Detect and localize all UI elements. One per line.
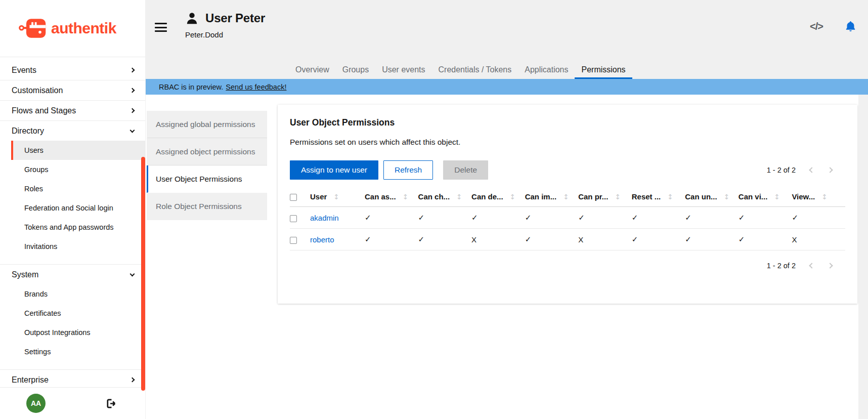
sidebar-item-label: Groups	[24, 165, 49, 174]
sidebar-item-users[interactable]: Users	[11, 141, 145, 160]
row-checkbox[interactable]	[290, 215, 297, 222]
page-header: User Peter Peter.Dodd </> OverviewGroups…	[146, 0, 868, 79]
sidebar-item-label: Tokens and App passwords	[24, 223, 114, 231]
hamburger-menu-icon[interactable]	[155, 23, 167, 34]
column-header-can-un[interactable]: Can un...↕	[685, 189, 739, 207]
sidebar-item-roles[interactable]: Roles	[11, 179, 145, 198]
sidebar-item-groups[interactable]: Groups	[11, 160, 145, 179]
column-header-can-de[interactable]: Can de...↕	[471, 189, 525, 207]
pagination-label: 1 - 2 of 2	[767, 262, 796, 270]
assign-to-new-user-button[interactable]: Assign to new user	[290, 160, 378, 180]
permission-cell: ✓	[739, 207, 792, 229]
column-header-label: Can vi...	[739, 192, 768, 201]
sidebar-item-label: Directory	[12, 127, 44, 136]
header-checkbox[interactable]	[290, 194, 297, 201]
permission-cell: ✓	[418, 207, 472, 229]
notification-bell-icon[interactable]	[844, 20, 857, 33]
pagination-top: 1 - 2 of 2	[767, 166, 845, 174]
user-link[interactable]: roberto	[310, 235, 334, 244]
sidebar-item-outpost-integrations[interactable]: Outpost Integrations	[11, 323, 145, 342]
column-header-can-as[interactable]: Can as...↕	[365, 189, 418, 207]
column-header-view[interactable]: View...↕	[792, 189, 845, 207]
page-title: User Peter	[205, 11, 265, 25]
delete-button[interactable]: Delete	[443, 160, 488, 180]
feedback-link[interactable]: Send us feedback!	[226, 83, 286, 91]
user-cell: akadmin	[310, 207, 365, 229]
sidebar-item-events[interactable]: Events	[0, 60, 145, 80]
pagination-prev-button[interactable]	[810, 168, 814, 172]
avatar[interactable]: AA	[26, 394, 46, 413]
column-header-label: Can un...	[685, 192, 717, 201]
tab-overview[interactable]: Overview	[289, 62, 336, 79]
tab-credentials-tokens[interactable]: Credentials / Tokens	[432, 62, 518, 79]
refresh-button[interactable]: Refresh	[383, 160, 433, 180]
column-header-can-pr[interactable]: Can pr...↕	[578, 189, 632, 207]
sidebar-footer: AA	[0, 387, 145, 419]
chevron-down-icon	[130, 128, 135, 133]
sidebar-item-label: Brands	[24, 290, 48, 298]
subnav-item-role-object-permissions[interactable]: Role Object Permissions	[147, 193, 267, 220]
sidebar-section-customisation: Customisation	[0, 80, 145, 101]
pagination-prev-button[interactable]	[810, 264, 814, 268]
tab-permissions[interactable]: Permissions	[575, 62, 632, 79]
permission-cell: ✓	[632, 229, 685, 250]
table-toolbar: Assign to new user Refresh Delete 1 - 2 …	[290, 160, 845, 180]
sidebar-nav: EventsCustomisationFlows and StagesDirec…	[0, 57, 145, 387]
sidebar-item-flows-and-stages[interactable]: Flows and Stages	[0, 101, 145, 120]
pagination-next-button[interactable]	[828, 264, 832, 268]
sort-icon: ↕	[724, 193, 730, 201]
authentik-logo-icon	[18, 17, 48, 39]
row-checkbox[interactable]	[290, 237, 297, 244]
sidebar-item-customisation[interactable]: Customisation	[0, 80, 145, 100]
permission-cell: ✓	[365, 207, 418, 229]
column-header-user[interactable]: User↕	[310, 189, 365, 207]
header-checkbox-cell	[290, 189, 310, 207]
card-title: User Object Permissions	[290, 117, 845, 128]
page-tabs: OverviewGroupsUser eventsCredentials / T…	[289, 62, 632, 79]
permission-cell: ✓	[739, 229, 792, 250]
toolbar-buttons: Assign to new user Refresh Delete	[290, 160, 488, 180]
sidebar-item-label: Settings	[24, 348, 51, 356]
column-header-label: Can de...	[471, 192, 503, 201]
page-title-block: User Peter Peter.Dodd	[185, 11, 265, 39]
column-header-can-ch[interactable]: Can ch...↕	[418, 189, 472, 207]
sidebar-section-flows-and-stages: Flows and Stages	[0, 101, 145, 121]
subnav-item-assigned-global-permissions[interactable]: Assigned global permissions	[147, 111, 267, 138]
table-row: roberto✓✓X✓X✓✓✓X	[290, 229, 845, 250]
tab-user-events[interactable]: User events	[375, 62, 431, 79]
subnav-item-assigned-object-permissions[interactable]: Assigned object permissions	[147, 138, 267, 165]
sidebar-item-label: Invitations	[24, 242, 57, 250]
sidebar-item-directory[interactable]: Directory	[0, 121, 145, 141]
code-icon[interactable]: </>	[810, 21, 823, 32]
column-header-can-vi[interactable]: Can vi...↕	[739, 189, 792, 207]
permission-cell: ✓	[632, 207, 685, 229]
sidebar-item-federation-and-social-login[interactable]: Federation and Social login	[11, 198, 145, 218]
sidebar-scrollbar[interactable]	[141, 157, 145, 391]
sidebar-item-invitations[interactable]: Invitations	[11, 237, 145, 256]
subnav-item-user-object-permissions[interactable]: User Object Permissions	[147, 165, 267, 193]
sidebar-item-label: System	[12, 270, 38, 279]
sidebar-item-tokens-and-app-passwords[interactable]: Tokens and App passwords	[11, 218, 145, 237]
column-header-can-im[interactable]: Can im...↕	[525, 189, 579, 207]
sidebar-item-certificates[interactable]: Certificates	[11, 304, 145, 323]
sort-icon: ↕	[403, 193, 409, 201]
table-row: akadmin✓✓✓✓✓✓✓✓✓	[290, 207, 845, 229]
sidebar-item-system[interactable]: System	[0, 265, 145, 284]
sidebar-item-label: Customisation	[12, 86, 63, 95]
chevron-right-icon	[130, 108, 135, 113]
sign-out-icon[interactable]	[105, 398, 117, 409]
pagination-next-button[interactable]	[828, 168, 832, 172]
tab-groups[interactable]: Groups	[336, 62, 375, 79]
brand-logo[interactable]: authentik	[0, 0, 145, 57]
user-link[interactable]: akadmin	[310, 214, 339, 222]
sidebar-item-enterprise[interactable]: Enterprise	[0, 370, 145, 387]
sort-icon: ↕	[667, 193, 673, 201]
page-scrollbar[interactable]	[858, 95, 868, 419]
sort-icon: ↕	[774, 193, 780, 201]
column-header-label: Reset ...	[632, 192, 661, 201]
column-header-reset[interactable]: Reset ...↕	[632, 189, 685, 207]
tab-applications[interactable]: Applications	[518, 62, 575, 79]
sidebar-item-brands[interactable]: Brands	[11, 284, 145, 304]
permission-cell: ✓	[685, 207, 739, 229]
sidebar-item-settings[interactable]: Settings	[11, 342, 145, 361]
